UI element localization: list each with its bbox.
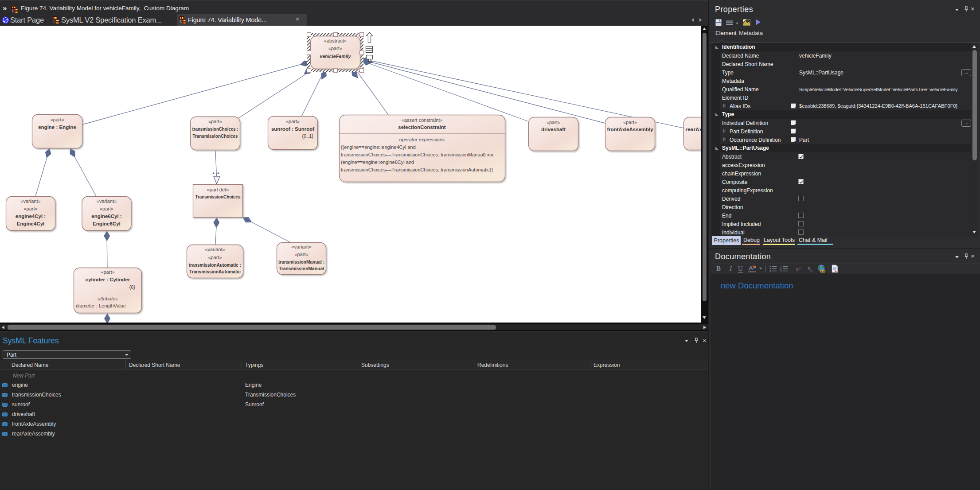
svg-text:«abstract»: «abstract»: [324, 38, 347, 43]
svg-text:sunroof : Sunroof: sunroof : Sunroof: [271, 126, 314, 132]
svg-text:TransmissionChoices: TransmissionChoices: [193, 133, 238, 139]
svg-text:«assert constraint»: «assert constraint»: [402, 117, 443, 123]
svg-text:driveshaft: driveshaft: [541, 127, 566, 132]
svg-text:Engine4Cyl: Engine4Cyl: [17, 221, 45, 226]
svg-text:vehicleFamily: vehicleFamily: [320, 54, 351, 59]
svg-text:«variant»: «variant»: [20, 198, 40, 204]
svg-text:«variant»: «variant»: [97, 198, 117, 204]
svg-text:«variant»: «variant»: [291, 244, 311, 249]
svg-text:TransmissionAutomatic: TransmissionAutomatic: [189, 269, 241, 274]
svg-text:«part»: «part»: [208, 255, 222, 260]
svg-text:3: 3: [780, 270, 781, 272]
svg-text:«part»: «part»: [100, 206, 113, 211]
svg-text:«part»: «part»: [547, 120, 560, 125]
svg-text:engine : Engine: engine : Engine: [38, 124, 76, 130]
svg-text:{(engine==engine::engine4Cyl a: {(engine==engine::engine4Cyl and: [341, 144, 416, 150]
svg-text:transmissionAutomatic :: transmissionAutomatic :: [189, 262, 241, 268]
svg-text:cylinder : Cylinder: cylinder : Cylinder: [86, 277, 130, 282]
svg-text:«part»: «part»: [294, 252, 308, 257]
svg-text:TransmissionManual: TransmissionManual: [279, 266, 324, 271]
svg-text:selectionConstraint: selectionConstraint: [398, 124, 446, 130]
svg-text:«variant»: «variant»: [205, 247, 225, 252]
svg-text:«part def»: «part def»: [207, 187, 229, 192]
svg-text:Engine6Cyl: Engine6Cyl: [93, 221, 121, 226]
svg-text:«part»: «part»: [328, 46, 342, 51]
svg-text:rearAxleAssembly: rearAxleAssembly: [686, 127, 702, 132]
svg-text:transmissionManual :: transmissionManual :: [278, 259, 324, 264]
svg-text:operator expressions: operator expressions: [399, 137, 445, 142]
svg-text:«part»: «part»: [23, 206, 37, 211]
svg-text:«part»: «part»: [101, 269, 114, 275]
svg-text:attributes: attributes: [98, 296, 118, 301]
svg-text:{6}: {6}: [129, 284, 136, 290]
svg-text:(engine==engine::engine6Cyl an: (engine==engine::engine6Cyl and: [341, 159, 414, 165]
svg-text:transmissionChoices==Transmiss: transmissionChoices==TransmissionChoices…: [341, 167, 493, 172]
svg-text:«part»: «part»: [208, 119, 222, 124]
svg-text:«part»: «part»: [286, 119, 300, 124]
svg-text:diameter : LengthValue: diameter : LengthValue: [76, 303, 126, 308]
svg-text:TransmissionChoices: TransmissionChoices: [195, 194, 241, 199]
svg-text:transmissionChoices==Transmiss: transmissionChoices==TransmissionChoices…: [341, 152, 494, 157]
svg-text:frontAxleAssembly: frontAxleAssembly: [607, 127, 654, 132]
svg-text:engine6Cyl :: engine6Cyl :: [91, 214, 121, 219]
svg-text:«part»: «part»: [50, 117, 64, 122]
svg-text:«part»: «part»: [623, 120, 637, 125]
svg-text:{0..1}: {0..1}: [302, 133, 313, 139]
svg-text:transmissionChoices :: transmissionChoices :: [192, 126, 238, 132]
svg-text:engine4Cyl :: engine4Cyl :: [16, 214, 46, 219]
